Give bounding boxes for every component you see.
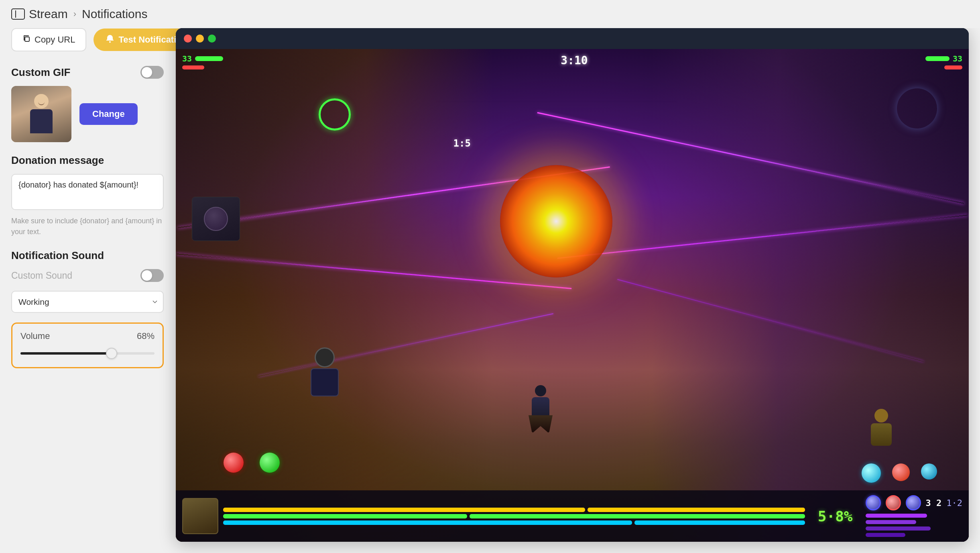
custom-gif-title: Custom GIF (11, 66, 70, 79)
volume-track (20, 352, 155, 355)
progress-bar-purple-1 (866, 514, 927, 518)
sidebar-toggle-button[interactable] (11, 8, 25, 20)
hud-health-bar-red (182, 65, 204, 69)
explosion-effect (500, 165, 612, 278)
custom-sound-row: Custom Sound (11, 269, 164, 282)
bar-cyan-1 (223, 520, 632, 525)
cyan-orb-small (921, 463, 937, 480)
hud-right-nums-2: 1·2 (946, 498, 962, 508)
hero-head (535, 385, 546, 396)
volume-slider-container (20, 348, 155, 359)
left-panel: Copy URL Test Notification Custom GIF (11, 28, 164, 542)
green-ring-orb (319, 98, 351, 131)
volume-section: Volume 68% (11, 322, 164, 368)
bar-green-2 (470, 514, 805, 518)
browser-content: 33 3:10 (176, 49, 969, 542)
nav-stream-link[interactable]: Stream (29, 7, 68, 21)
change-gif-button[interactable]: Change (79, 103, 138, 125)
donation-hint-text: Make sure to include {donator} and {amou… (11, 216, 164, 237)
gif-row: Change (11, 86, 164, 142)
enemy-head (874, 409, 888, 422)
progress-bar-purple-3 (866, 526, 931, 531)
figure-head (34, 94, 49, 108)
hud-num-left: 33 (182, 54, 192, 63)
figure-smile (38, 102, 45, 105)
copy-url-button[interactable]: Copy URL (11, 28, 86, 51)
volume-fill (20, 352, 112, 355)
traffic-light-maximize[interactable] (208, 35, 216, 43)
custom-gif-header: Custom GIF (11, 66, 164, 79)
enemy-character (865, 409, 897, 453)
traffic-light-close[interactable] (184, 35, 192, 43)
volume-value: 68% (137, 331, 155, 341)
game-scene: 33 3:10 (176, 49, 969, 542)
custom-sound-toggle[interactable] (140, 269, 164, 282)
volume-label: Volume (20, 331, 50, 341)
hud-circle-blue-2 (906, 495, 921, 510)
nav-bar: Stream › Notifications (0, 0, 980, 28)
traffic-light-minimize[interactable] (196, 35, 204, 43)
volume-header: Volume 68% (20, 331, 155, 341)
sound-select-dropdown[interactable]: Working Default Chime Alert (11, 291, 164, 313)
hud-bottom: 5·8% 3 2 1·2 (176, 490, 969, 542)
character-left-body (311, 368, 339, 396)
hud-bar-right-green (925, 56, 950, 61)
notification-sound-header: Notification Sound (11, 249, 164, 262)
character-left (303, 347, 347, 404)
bar-green-1 (223, 514, 467, 518)
hud-num-right: 33 (953, 54, 962, 63)
volume-thumb[interactable] (106, 348, 117, 359)
hud-top: 33 3:10 (176, 49, 969, 74)
timer-text: 3:10 (561, 54, 588, 67)
hud-score-display: 5·8% (818, 508, 853, 524)
nav-chevron-icon: › (73, 9, 76, 19)
right-orbs (862, 463, 937, 483)
red-orb-right (892, 463, 910, 481)
bell-icon (106, 34, 114, 45)
hud-stat-row-3 (223, 520, 805, 525)
character-left-head (315, 347, 335, 367)
sphere-planet (897, 88, 937, 129)
donation-message-input[interactable]: {donator} has donated ${amount}! (11, 174, 164, 210)
enemy-body (871, 423, 892, 446)
donation-message-title: Donation message (11, 154, 104, 167)
bar-cyan-2 (634, 520, 805, 525)
hud-score-section: 5·8% (818, 508, 853, 524)
player-card-img (192, 197, 240, 241)
purple-glow (176, 49, 969, 542)
bar-yellow-1 (223, 508, 585, 512)
hud-bar-right-red (944, 65, 962, 69)
hud-top-right: 33 (925, 54, 962, 69)
donation-message-section: Donation message {donator} has donated $… (11, 154, 164, 237)
hud-circle-blue-1 (866, 495, 881, 510)
hud-circles-row-1: 3 2 1·2 (866, 495, 963, 510)
progress-bar-purple-2 (866, 520, 916, 524)
hud-right-icons: 3 2 1·2 (866, 495, 963, 537)
cyan-orb-right (862, 463, 881, 483)
main-content: Copy URL Test Notification Custom GIF (0, 28, 980, 553)
notification-sound-title: Notification Sound (11, 249, 104, 262)
custom-sound-label: Custom Sound (11, 270, 72, 281)
custom-gif-toggle[interactable] (140, 66, 164, 79)
browser-window: 33 3:10 (176, 28, 969, 542)
action-buttons: Copy URL Test Notification (11, 28, 164, 51)
notification-sound-section: Notification Sound Custom Sound Working … (11, 249, 164, 368)
gif-person-figure (25, 94, 57, 142)
figure-body (30, 109, 53, 133)
hud-health-bar-green (195, 56, 223, 61)
hud-ratio-display: 1:5 (453, 138, 471, 149)
player-avatar (204, 207, 228, 231)
hud-right-nums-1: 3 2 (926, 498, 942, 508)
bottom-orbs (224, 453, 280, 473)
hud-circle-red-1 (886, 495, 901, 510)
hud-stat-row-1 (223, 508, 805, 512)
hud-top-left: 33 (182, 54, 223, 69)
hud-stats-bars (223, 508, 805, 525)
hero-silhouette (527, 385, 555, 433)
gif-preview-inner (11, 86, 71, 142)
right-panel: 33 3:10 (176, 28, 969, 542)
browser-titlebar (176, 28, 969, 49)
gif-preview-image (11, 86, 71, 142)
copy-url-label: Copy URL (35, 35, 75, 45)
player-card-left (192, 197, 240, 241)
